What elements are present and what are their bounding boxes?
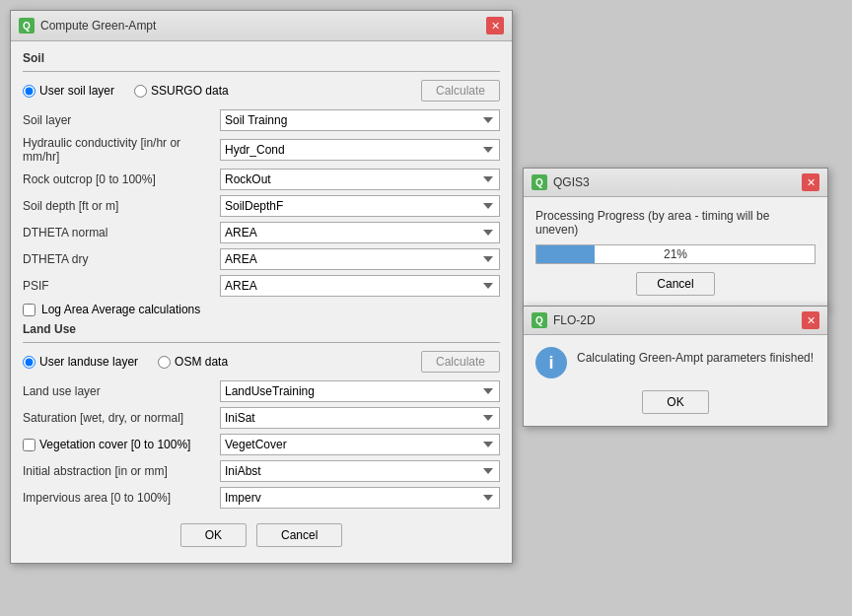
saturation-row: Saturation [wet, dry, or normal] IniSat [23,407,500,429]
psif-select[interactable]: AREA [220,275,500,297]
psif-row: PSIF AREA [23,275,500,297]
main-dialog-titlebar: Q Compute Green-Ampt ✕ [11,11,512,41]
ssurgo-label: SSURGO data [151,84,229,98]
qgis3-body: Processing Progress (by area - timing wi… [524,197,827,308]
info-icon: i [535,347,567,378]
soil-section-label: Soil [23,51,500,65]
vegetation-row: Vegetation cover [0 to 100%] VegetCover [23,434,500,455]
soil-calculate-button[interactable]: Calculate [421,80,500,102]
progress-bar-container: 21% [535,244,816,264]
dtheta-dry-select[interactable]: AREA [220,248,500,270]
main-ok-button[interactable]: OK [180,523,247,547]
initial-abstraction-select[interactable]: IniAbst [220,460,500,482]
main-cancel-button[interactable]: Cancel [256,523,342,547]
landuse-section-label: Land Use [23,322,500,336]
vegetation-label: Vegetation cover [0 to 100%] [39,438,190,451]
landuse-radio-row: User landuse layer OSM data Calculate [23,351,500,373]
flo2d-body: i Calculating Green-Ampt parameters fini… [524,335,827,426]
flo2d-title-left: Q FLO-2D [532,312,596,328]
soil-depth-row: Soil depth [ft or m] SoilDepthF [23,195,500,217]
initial-abstraction-row: Initial abstraction [in or mm] IniAbst [23,460,500,482]
landuse-layer-select[interactable]: LandUseTraining [220,380,500,402]
ok-cancel-row: OK Cancel [23,513,500,553]
dtheta-dry-label: DTHETA dry [23,252,220,266]
flo2d-ok-button[interactable]: OK [642,390,708,414]
flo2d-titlebar: Q FLO-2D ✕ [524,307,827,335]
landuse-divider [23,342,500,343]
dtheta-normal-label: DTHETA normal [23,226,220,240]
user-landuse-label: User landuse layer [39,355,138,369]
impervious-area-label: Impervious area [0 to 100%] [23,491,220,505]
app-icon: Q [19,18,35,34]
dtheta-normal-select[interactable]: AREA [220,222,500,243]
hydraulic-conductivity-row: Hydraulic conductivity [in/hr or mm/hr] … [23,136,500,164]
osm-radio[interactable] [158,356,171,369]
qgis3-app-icon: Q [532,174,547,190]
psif-label: PSIF [23,279,220,293]
qgis3-title: QGIS3 [553,175,590,189]
main-dialog-body: Soil User soil layer SSURGO data Calcula… [11,41,512,563]
rock-outcrop-select[interactable]: RockOut [220,169,500,190]
flo2d-app-icon: Q [532,312,547,328]
main-dialog: Q Compute Green-Ampt ✕ Soil User soil la… [10,10,513,564]
hydraulic-conductivity-label: Hydraulic conductivity [in/hr or mm/hr] [23,136,220,164]
soil-divider [23,71,500,72]
rock-outcrop-label: Rock outcrop [0 to 100%] [23,172,220,186]
osm-option[interactable]: OSM data [158,355,228,369]
user-soil-option[interactable]: User soil layer [23,84,114,98]
impervious-area-row: Impervious area [0 to 100%] Imperv [23,487,500,509]
qgis3-message: Processing Progress (by area - timing wi… [535,209,816,237]
main-close-button[interactable]: ✕ [486,17,504,34]
user-soil-label: User soil layer [39,84,114,98]
saturation-select[interactable]: IniSat [220,407,500,429]
user-landuse-radio[interactable] [23,356,36,369]
dtheta-normal-row: DTHETA normal AREA [23,222,500,243]
main-dialog-title: Compute Green-Ampt [40,19,156,33]
flo2d-close-button[interactable]: ✕ [802,311,819,329]
flo2d-message-row: i Calculating Green-Ampt parameters fini… [535,347,816,378]
vegetation-select[interactable]: VegetCover [220,434,500,455]
landuse-layer-row: Land use layer LandUseTraining [23,380,500,402]
hydraulic-conductivity-select[interactable]: Hydr_Cond [220,139,500,161]
title-left: Q Compute Green-Ampt [19,18,156,34]
log-area-checkbox[interactable] [23,304,36,316]
log-area-row: Log Area Average calculations [23,303,500,316]
saturation-label: Saturation [wet, dry, or normal] [23,411,220,425]
soil-depth-label: Soil depth [ft or m] [23,199,220,213]
rock-outcrop-row: Rock outcrop [0 to 100%] RockOut [23,169,500,190]
soil-layer-select[interactable]: Soil Trainng [220,109,500,131]
user-soil-radio[interactable] [23,85,36,98]
flo2d-message: Calculating Green-Ampt parameters finish… [577,347,814,365]
qgis3-title-left: Q QGIS3 [532,174,590,190]
landuse-calculate-button[interactable]: Calculate [421,351,500,373]
landuse-layer-label: Land use layer [23,384,220,398]
impervious-area-select[interactable]: Imperv [220,487,500,509]
flo2d-dialog: Q FLO-2D ✕ i Calculating Green-Ampt para… [523,306,828,427]
qgis3-cancel-button[interactable]: Cancel [636,272,714,296]
vegetation-checkbox[interactable] [23,439,36,451]
ssurgo-option[interactable]: SSURGO data [134,84,229,98]
soil-depth-select[interactable]: SoilDepthF [220,195,500,217]
flo2d-title: FLO-2D [553,313,596,327]
user-landuse-option[interactable]: User landuse layer [23,355,138,369]
log-area-label: Log Area Average calculations [41,303,200,316]
soil-layer-label: Soil layer [23,113,220,127]
progress-bar-text: 21% [536,247,815,261]
dtheta-dry-row: DTHETA dry AREA [23,248,500,270]
qgis3-close-button[interactable]: ✕ [802,173,819,191]
qgis3-dialog: Q QGIS3 ✕ Processing Progress (by area -… [523,168,828,308]
soil-layer-row: Soil layer Soil Trainng [23,109,500,131]
qgis3-titlebar: Q QGIS3 ✕ [524,169,827,197]
osm-label: OSM data [175,355,228,369]
soil-radio-row: User soil layer SSURGO data Calculate [23,80,500,102]
ssurgo-radio[interactable] [134,85,147,98]
initial-abstraction-label: Initial abstraction [in or mm] [23,464,220,478]
